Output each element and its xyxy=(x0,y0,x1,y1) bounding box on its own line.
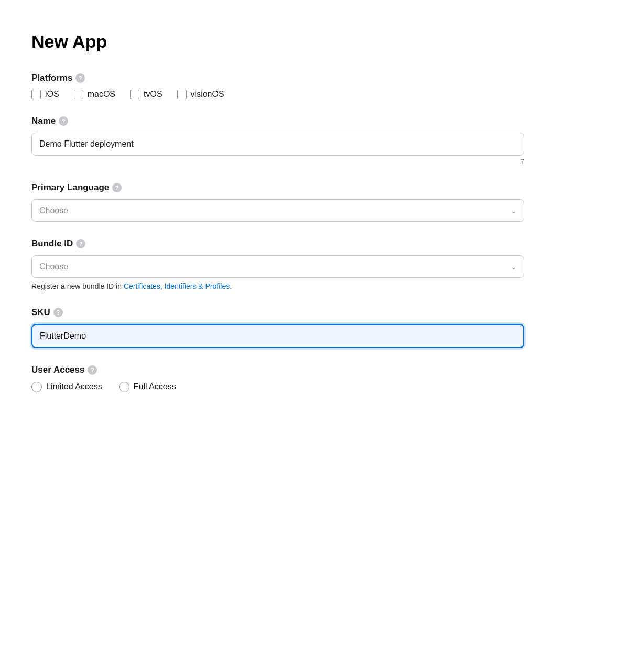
user-access-section: User Access ? Limited Access Full Access xyxy=(31,365,524,392)
name-section: Name ? 7 xyxy=(31,116,524,166)
user-access-limited-item[interactable]: Limited Access xyxy=(31,382,102,392)
platform-ios-checkbox[interactable] xyxy=(31,90,41,99)
bundle-id-label: Bundle ID ? xyxy=(31,239,524,249)
platform-visionos-checkbox[interactable] xyxy=(177,90,187,99)
sku-input[interactable] xyxy=(31,324,524,348)
bundle-id-help-icon[interactable]: ? xyxy=(76,239,85,248)
user-access-radios: Limited Access Full Access xyxy=(31,382,524,392)
platform-tvos-item[interactable]: tvOS xyxy=(130,90,162,99)
bundle-id-helper-text: Register a new bundle ID in Certificates… xyxy=(31,282,524,290)
user-access-label: User Access ? xyxy=(31,365,524,375)
name-help-icon[interactable]: ? xyxy=(59,116,68,126)
bundle-id-select-wrapper: Choose ⌄ xyxy=(31,255,524,278)
sku-section: SKU ? xyxy=(31,307,524,348)
primary-language-label: Primary Language ? xyxy=(31,182,524,193)
platform-ios-label: iOS xyxy=(45,90,59,99)
platform-tvos-checkbox[interactable] xyxy=(130,90,139,99)
platform-ios-item[interactable]: iOS xyxy=(31,90,59,99)
certificates-link[interactable]: Certificates, Identifiers & Profiles xyxy=(124,282,230,290)
bundle-id-section: Bundle ID ? Choose ⌄ Register a new bund… xyxy=(31,239,524,290)
page-container: New App Platforms ? iOS macOS tvOS visio… xyxy=(0,0,556,451)
page-title: New App xyxy=(31,31,524,52)
user-access-limited-radio[interactable] xyxy=(31,382,42,392)
user-access-help-icon[interactable]: ? xyxy=(88,365,97,375)
platforms-help-icon[interactable]: ? xyxy=(75,73,85,83)
name-label: Name ? xyxy=(31,116,524,126)
platform-visionos-label: visionOS xyxy=(191,90,224,99)
platform-macos-checkbox[interactable] xyxy=(74,90,83,99)
platform-macos-label: macOS xyxy=(88,90,115,99)
sku-help-icon[interactable]: ? xyxy=(53,308,63,317)
platform-macos-item[interactable]: macOS xyxy=(74,90,115,99)
platform-visionos-item[interactable]: visionOS xyxy=(177,90,224,99)
platforms-section: Platforms ? iOS macOS tvOS visionOS xyxy=(31,73,524,99)
user-access-full-radio[interactable] xyxy=(119,382,129,392)
user-access-full-item[interactable]: Full Access xyxy=(119,382,176,392)
primary-language-section: Primary Language ? Choose ⌄ xyxy=(31,182,524,222)
user-access-full-label: Full Access xyxy=(134,382,176,392)
sku-label: SKU ? xyxy=(31,307,524,318)
name-char-count: 7 xyxy=(31,158,524,166)
user-access-limited-label: Limited Access xyxy=(46,382,102,392)
primary-language-select-wrapper: Choose ⌄ xyxy=(31,199,524,222)
platform-tvos-label: tvOS xyxy=(144,90,162,99)
primary-language-select[interactable]: Choose xyxy=(31,199,524,222)
bundle-id-select[interactable]: Choose xyxy=(31,255,524,278)
primary-language-help-icon[interactable]: ? xyxy=(112,183,122,192)
name-input[interactable] xyxy=(31,133,524,156)
platforms-label: Platforms ? xyxy=(31,73,524,83)
platforms-checkboxes: iOS macOS tvOS visionOS xyxy=(31,90,524,99)
